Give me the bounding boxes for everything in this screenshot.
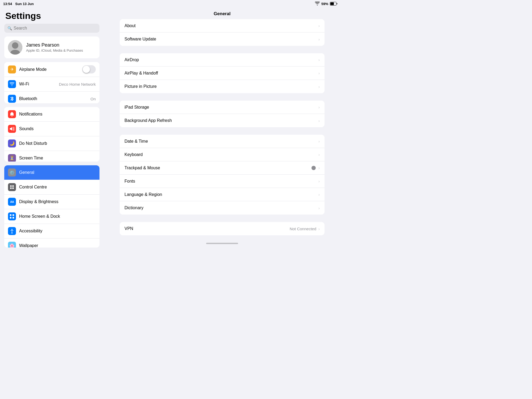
screen-time-icon: ⏳ [8, 154, 16, 162]
sidebar-item-general[interactable]: ⚙️ General [4, 165, 99, 180]
airplane-mode-toggle[interactable] [82, 65, 96, 73]
settings-row-language-region[interactable]: Language & Region › [120, 188, 325, 201]
sidebar-item-wallpaper[interactable]: 🌸 Wallpaper [4, 238, 99, 248]
settings-row-picture-in-picture[interactable]: Picture in Picture › [120, 80, 325, 93]
sidebar-item-bluetooth[interactable]: Bluetooth On [4, 92, 99, 103]
settings-row-dictionary[interactable]: Dictionary › [120, 201, 325, 215]
vpn-value: Not Connected [290, 227, 316, 231]
sidebar-item-display-brightness[interactable]: AA Display & Brightness [4, 195, 99, 209]
keyboard-label: Keyboard [124, 152, 318, 157]
home-screen-icon [8, 212, 16, 220]
airplane-mode-icon: ✈ [8, 65, 16, 73]
airplay-handoff-chevron: › [318, 71, 320, 75]
language-region-chevron: › [318, 192, 320, 197]
settings-row-background-app-refresh[interactable]: Background App Refresh › [120, 114, 325, 127]
dictionary-chevron: › [318, 206, 320, 210]
general-icon: ⚙️ [8, 168, 16, 176]
preferences-group: ⚙️ General Control Centre AA Display & B… [4, 165, 99, 248]
profile-info: James Pearson Apple ID, iCloud, Media & … [26, 42, 83, 52]
language-region-label: Language & Region [124, 192, 318, 197]
control-centre-icon [8, 183, 16, 191]
bluetooth-value: On [90, 97, 96, 101]
picture-in-picture-chevron: › [318, 84, 320, 89]
status-date: Sun 13 Jun [15, 2, 34, 6]
home-bar [206, 243, 238, 244]
date-time-label: Date & Time [124, 139, 318, 144]
svg-rect-11 [10, 217, 11, 219]
svg-point-13 [11, 229, 13, 230]
search-bar[interactable]: 🔍 [4, 24, 99, 33]
notifications-icon [8, 110, 16, 118]
sidebar-item-screen-time[interactable]: ⏳ Screen Time [4, 151, 99, 162]
background-app-refresh-label: Background App Refresh [124, 118, 318, 123]
settings-group-3: iPad Storage › Background App Refresh › [120, 101, 325, 127]
profile-card[interactable]: James Pearson Apple ID, iCloud, Media & … [4, 36, 99, 58]
picture-in-picture-label: Picture in Picture [124, 84, 318, 89]
sounds-icon [8, 125, 16, 133]
control-centre-label: Control Centre [19, 185, 96, 190]
sidebar-item-airplane-mode[interactable]: ✈ Airplane Mode [4, 62, 99, 77]
content-title: General [104, 7, 340, 19]
sidebar-item-notifications[interactable]: Notifications [4, 107, 99, 122]
svg-point-8 [12, 187, 14, 189]
home-screen-label: Home Screen & Dock [19, 214, 96, 219]
background-app-refresh-chevron: › [318, 118, 320, 123]
status-bar: 13:54 Sun 13 Jun 59% [0, 0, 340, 7]
accessibility-icon [8, 227, 16, 235]
display-brightness-label: Display & Brightness [19, 199, 96, 204]
battery-percentage: 59% [321, 2, 328, 6]
trackpad-mouse-label: Trackpad & Mouse [124, 166, 311, 170]
ipad-storage-label: iPad Storage [124, 105, 318, 110]
profile-name: James Pearson [26, 42, 83, 48]
do-not-disturb-label: Do Not Disturb [19, 141, 96, 146]
fonts-chevron: › [318, 179, 320, 183]
search-input[interactable] [14, 26, 96, 31]
settings-row-vpn[interactable]: VPN Not Connected › [120, 222, 325, 235]
sidebar-item-accessibility[interactable]: Accessibility [4, 224, 99, 238]
svg-rect-9 [10, 214, 11, 216]
general-label: General [19, 170, 96, 175]
trackpad-mouse-dot [311, 166, 316, 170]
settings-row-airplay-handoff[interactable]: AirPlay & Handoff › [120, 67, 325, 80]
sidebar-item-home-screen-dock[interactable]: Home Screen & Dock [4, 209, 99, 224]
wifi-label: Wi-Fi [19, 82, 56, 87]
bluetooth-icon [8, 95, 16, 103]
settings-row-ipad-storage[interactable]: iPad Storage › [120, 101, 325, 114]
sidebar-item-wifi[interactable]: Wi-Fi Deco Home Network [4, 77, 99, 92]
do-not-disturb-icon: 🌙 [8, 139, 16, 147]
accessibility-label: Accessibility [19, 229, 96, 233]
profile-subtitle: Apple ID, iCloud, Media & Purchases [26, 48, 83, 52]
svg-point-5 [10, 185, 12, 187]
display-brightness-icon: AA [8, 198, 16, 206]
settings-row-keyboard[interactable]: Keyboard › [120, 148, 325, 161]
app-container: Settings 🔍 James Pearson Apple ID, iClou… [0, 7, 340, 256]
content-body: About › Software Update › AirDrop › AirP… [104, 19, 340, 241]
sidebar-item-control-centre[interactable]: Control Centre [4, 180, 99, 195]
airplane-mode-label: Airplane Mode [19, 67, 79, 72]
settings-row-fonts[interactable]: Fonts › [120, 175, 325, 188]
settings-row-trackpad-mouse[interactable]: Trackpad & Mouse › [120, 161, 325, 175]
airdrop-chevron: › [318, 57, 320, 62]
status-time: 13:54 [3, 2, 12, 6]
sidebar-item-do-not-disturb[interactable]: 🌙 Do Not Disturb [4, 136, 99, 151]
home-indicator [104, 241, 340, 246]
svg-point-6 [12, 185, 14, 187]
settings-row-software-update[interactable]: Software Update › [120, 32, 325, 46]
battery-icon [330, 2, 337, 6]
airplay-handoff-label: AirPlay & Handoff [124, 71, 318, 76]
settings-group-4: Date & Time › Keyboard › Trackpad & Mous… [120, 135, 325, 215]
software-update-chevron: › [318, 37, 320, 42]
sidebar-item-sounds[interactable]: Sounds [4, 122, 99, 136]
vpn-label: VPN [124, 226, 290, 231]
wifi-value: Deco Home Network [59, 82, 96, 87]
wallpaper-label: Wallpaper [19, 243, 96, 248]
status-right: 59% [315, 2, 337, 6]
settings-row-about[interactable]: About › [120, 19, 325, 32]
about-chevron: › [318, 23, 320, 28]
sidebar-title: Settings [4, 7, 99, 24]
settings-row-date-time[interactable]: Date & Time › [120, 135, 325, 148]
settings-row-airdrop[interactable]: AirDrop › [120, 53, 325, 67]
svg-rect-1 [330, 2, 334, 5]
screen-time-label: Screen Time [19, 156, 96, 161]
date-time-chevron: › [318, 139, 320, 143]
